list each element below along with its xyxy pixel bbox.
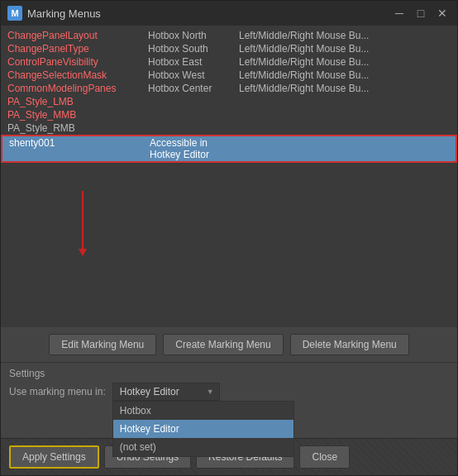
- close-button-bottom[interactable]: Close: [299, 445, 350, 469]
- item-binding: Left/Middle/Right Mouse Bu...: [239, 56, 451, 68]
- item-name: PA_Style_MMB: [7, 109, 148, 121]
- dropdown-option-hotbox[interactable]: Hotbox: [113, 402, 293, 420]
- marking-menu-list[interactable]: ChangePanelLayout Hotbox North Left/Midd…: [1, 26, 457, 327]
- minimize-button[interactable]: ─: [391, 5, 408, 21]
- list-item[interactable]: PA_Style_RMB: [1, 121, 457, 135]
- list-item[interactable]: PA_Style_MMB: [1, 108, 457, 121]
- window-title: Marking Menus: [27, 7, 391, 20]
- list-item[interactable]: PA_Style_LMB: [1, 95, 457, 108]
- item-name: ChangePanelLayout: [7, 30, 148, 41]
- dropdown-list: Hotbox Hotkey Editor (not set): [112, 401, 294, 457]
- item-hotkey: [148, 96, 239, 107]
- item-binding: [239, 96, 451, 107]
- window-content: ChangePanelLayout Hotbox North Left/Midd…: [1, 26, 457, 475]
- create-marking-menu-button[interactable]: Create Marking Menu: [163, 334, 283, 355]
- item-binding: Left/Middle/Right Mouse Bu...: [239, 30, 451, 41]
- list-item[interactable]: ChangeSelectionMask Hotbox West Left/Mid…: [1, 69, 457, 82]
- item-binding: [239, 109, 451, 121]
- item-hotkey: Accessible in Hotkey Editor: [150, 137, 241, 160]
- marking-menus-window: M Marking Menus ─ □ ✕ ChangePanelLayout …: [0, 0, 458, 476]
- item-binding: Left/Middle/Right Mouse Bu...: [239, 69, 451, 81]
- dropdown-option-not-set[interactable]: (not set): [113, 438, 293, 456]
- item-name: CommonModelingPanes: [7, 83, 148, 94]
- delete-marking-menu-button[interactable]: Delete Marking Menu: [290, 334, 409, 355]
- item-name: PA_Style_LMB: [7, 96, 148, 107]
- menu-action-buttons: Edit Marking Menu Create Marking Menu De…: [1, 327, 457, 362]
- app-logo: M: [7, 6, 22, 21]
- item-hotkey: Hotbox North: [148, 30, 239, 41]
- item-binding: Left/Middle/Right Mouse Bu...: [239, 43, 451, 55]
- item-name: ControlPaneVisibility: [7, 56, 148, 68]
- list-item-selected[interactable]: shenty001 Accessible in Hotkey Editor: [1, 135, 457, 163]
- item-name: PA_Style_RMB: [7, 122, 148, 134]
- dropdown-option-hotkey-editor[interactable]: Hotkey Editor: [113, 420, 293, 438]
- settings-heading: Settings: [9, 368, 449, 379]
- list-item[interactable]: ChangePanelLayout Hotbox North Left/Midd…: [1, 29, 457, 42]
- item-name: shenty001: [9, 137, 150, 160]
- use-in-label: Use marking menu in:: [9, 386, 106, 397]
- item-name: ChangePanelType: [7, 43, 148, 55]
- item-binding: [239, 122, 451, 134]
- arrow-indicator: [82, 191, 87, 256]
- item-hotkey: [148, 122, 239, 134]
- list-item[interactable]: CommonModelingPanes Hotbox Center Left/M…: [1, 82, 457, 95]
- window-controls: ─ □ ✕: [391, 5, 451, 21]
- use-in-dropdown-container: Hotkey Editor Hotbox Hotkey Editor (not …: [112, 383, 220, 401]
- edit-marking-menu-button[interactable]: Edit Marking Menu: [49, 334, 156, 355]
- item-name: ChangeSelectionMask: [7, 69, 148, 81]
- list-item[interactable]: ChangePanelType Hotbox South Left/Middle…: [1, 42, 457, 55]
- use-in-dropdown[interactable]: Hotkey Editor: [112, 383, 220, 401]
- maximize-button[interactable]: □: [413, 5, 429, 21]
- title-bar: M Marking Menus ─ □ ✕: [1, 1, 457, 26]
- close-button[interactable]: ✕: [434, 5, 451, 21]
- apply-settings-button[interactable]: Apply Settings: [9, 445, 99, 469]
- settings-section: Settings Use marking menu in: Hotkey Edi…: [1, 362, 457, 438]
- item-hotkey: [148, 109, 239, 121]
- item-hotkey: Hotbox Center: [148, 83, 239, 94]
- item-binding: [241, 137, 449, 160]
- item-hotkey: Hotbox East: [148, 56, 239, 68]
- use-in-row: Use marking menu in: Hotkey Editor Hotbo…: [9, 383, 449, 401]
- item-hotkey: Hotbox South: [148, 43, 239, 55]
- item-binding: Left/Middle/Right Mouse Bu...: [239, 83, 451, 94]
- list-item[interactable]: ControlPaneVisibility Hotbox East Left/M…: [1, 55, 457, 69]
- item-hotkey: Hotbox West: [148, 69, 239, 81]
